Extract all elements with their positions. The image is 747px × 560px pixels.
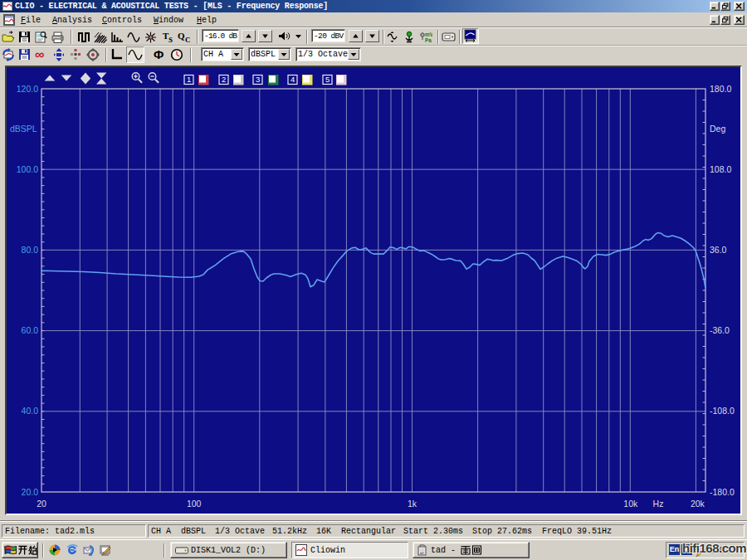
svg-text:1: 1 <box>187 75 191 84</box>
svg-text:100: 100 <box>187 499 202 509</box>
svg-text:3: 3 <box>256 75 260 84</box>
svg-text:Q: Q <box>178 31 185 41</box>
svg-text:Φ: Φ <box>154 48 164 61</box>
svg-text:180.0: 180.0 <box>710 84 731 94</box>
svg-text:mV: mV <box>425 32 432 37</box>
svg-text:-108.0: -108.0 <box>710 406 735 416</box>
svg-text:dBSPL: dBSPL <box>10 124 37 134</box>
svg-text:20k: 20k <box>691 499 706 509</box>
svg-text:108.0: 108.0 <box>710 164 731 174</box>
svg-text:4: 4 <box>290 75 295 84</box>
svg-text:20: 20 <box>37 499 46 509</box>
svg-text:2: 2 <box>222 75 226 84</box>
svg-text:10k: 10k <box>623 499 638 509</box>
svg-text:5: 5 <box>325 75 330 84</box>
svg-text:40.0: 40.0 <box>22 406 39 416</box>
svg-text:Pa: Pa <box>425 37 432 43</box>
svg-text:120.0: 120.0 <box>17 84 38 94</box>
svg-text:36.0: 36.0 <box>710 245 727 255</box>
svg-text:80.0: 80.0 <box>22 245 39 255</box>
svg-text:60.0: 60.0 <box>22 325 39 335</box>
svg-text:C: C <box>185 36 190 43</box>
svg-text:100.0: 100.0 <box>17 164 38 174</box>
svg-text:-180.0: -180.0 <box>710 487 735 497</box>
svg-text:-36.0: -36.0 <box>710 325 730 335</box>
svg-text:∞: ∞ <box>35 48 44 61</box>
svg-text:S: S <box>168 36 173 43</box>
svg-text:Hz: Hz <box>653 499 664 509</box>
svg-text:20.0: 20.0 <box>22 487 39 497</box>
svg-text:1k: 1k <box>408 499 417 509</box>
svg-text:Deg: Deg <box>710 124 725 134</box>
